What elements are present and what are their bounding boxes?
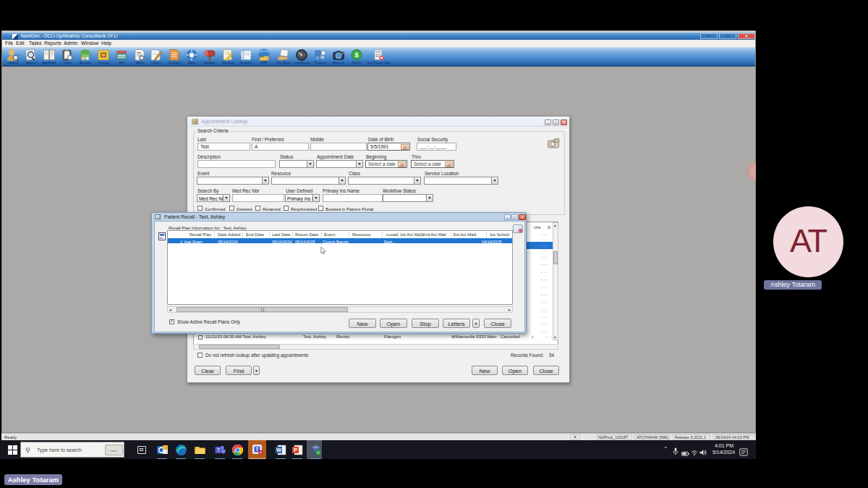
svg-text:W: W [276, 447, 282, 453]
svg-text:T: T [217, 447, 221, 453]
svg-text:T: T [255, 447, 259, 452]
svg-text:P: P [294, 447, 297, 453]
svg-text:$: $ [354, 51, 358, 59]
